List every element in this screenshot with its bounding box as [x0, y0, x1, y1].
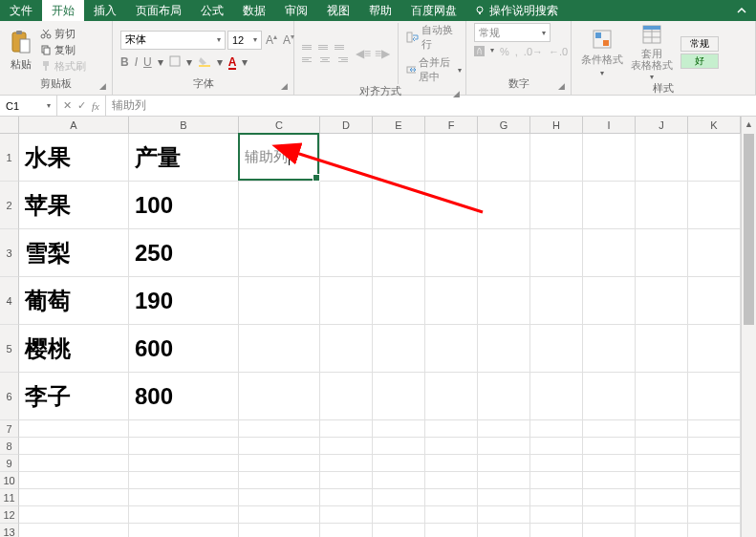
row-header[interactable]: 3 [0, 229, 19, 277]
paste-button[interactable]: 粘贴 [4, 27, 38, 74]
style-good[interactable]: 好 [680, 54, 719, 69]
fill-color-button[interactable] [198, 55, 211, 70]
row-header[interactable]: 9 [0, 455, 19, 472]
cell[interactable] [239, 524, 320, 537]
border-button[interactable] [169, 55, 181, 70]
cell[interactable] [425, 438, 478, 455]
cell[interactable] [530, 373, 583, 420]
cell[interactable] [688, 472, 741, 489]
row-header[interactable]: 6 [0, 373, 19, 420]
cell[interactable] [373, 373, 425, 420]
column-header[interactable]: K [688, 117, 741, 134]
cell[interactable] [530, 455, 583, 472]
wrap-text-button[interactable]: 自动换行 [406, 23, 462, 52]
column-header[interactable]: E [373, 117, 425, 134]
cell[interactable] [19, 506, 129, 524]
select-all-corner[interactable] [0, 117, 19, 134]
cell[interactable] [530, 277, 583, 325]
cell[interactable] [478, 325, 530, 373]
cell[interactable] [320, 182, 373, 229]
cell[interactable] [636, 420, 688, 438]
row-header[interactable]: 8 [0, 438, 19, 455]
cell[interactable]: 葡萄 [19, 277, 129, 325]
cell[interactable]: 水果 [19, 134, 129, 182]
cell[interactable] [320, 472, 373, 489]
tab-insert[interactable]: 插入 [84, 0, 126, 21]
row-header[interactable]: 2 [0, 182, 19, 229]
format-painter-button[interactable]: 格式刷 [40, 59, 86, 74]
cell[interactable] [478, 420, 530, 438]
tab-home[interactable]: 开始 [42, 0, 84, 21]
cell[interactable]: 100 [129, 182, 239, 229]
cell[interactable] [373, 489, 425, 506]
cell[interactable] [373, 524, 425, 537]
tell-me[interactable]: 操作说明搜索 [466, 0, 566, 21]
cell[interactable] [320, 489, 373, 506]
cell[interactable] [425, 277, 478, 325]
cell[interactable] [688, 489, 741, 506]
cell[interactable] [688, 524, 741, 537]
cell[interactable] [320, 438, 373, 455]
confirm-edit-icon[interactable]: ✓ [77, 99, 86, 112]
tab-help[interactable]: 帮助 [359, 0, 401, 21]
italic-button[interactable]: I [135, 55, 138, 69]
cell[interactable] [129, 472, 239, 489]
font-name-select[interactable]: 宋体▾ [120, 31, 226, 50]
row-header[interactable]: 4 [0, 277, 19, 325]
tab-view[interactable]: 视图 [317, 0, 359, 21]
scroll-up-icon[interactable]: ▲ [742, 117, 756, 132]
cell[interactable] [688, 325, 741, 373]
column-header[interactable]: J [636, 117, 688, 134]
cell[interactable] [373, 472, 425, 489]
cell[interactable] [478, 373, 530, 420]
cell[interactable] [239, 420, 320, 438]
cell[interactable]: 190 [129, 277, 239, 325]
tab-file[interactable]: 文件 [0, 0, 42, 21]
row-header[interactable]: 10 [0, 472, 19, 489]
cell[interactable] [320, 373, 373, 420]
underline-button[interactable]: U [143, 55, 152, 69]
cell[interactable] [688, 134, 741, 182]
currency-button[interactable]: 🅰 [474, 46, 485, 57]
cell[interactable] [478, 229, 530, 277]
cell[interactable] [530, 229, 583, 277]
row-header[interactable]: 12 [0, 506, 19, 524]
tab-baidu[interactable]: 百度网盘 [401, 0, 466, 21]
decrease-indent-icon[interactable]: ◀≡ [356, 47, 371, 60]
font-size-select[interactable]: 12▾ [227, 31, 262, 50]
cell[interactable] [583, 455, 636, 472]
cell[interactable] [425, 506, 478, 524]
align-buttons[interactable] [302, 43, 348, 65]
cell[interactable] [19, 420, 129, 438]
cell[interactable] [239, 325, 320, 373]
clipboard-dialog-icon[interactable]: ◢ [99, 81, 106, 91]
cell[interactable] [425, 325, 478, 373]
cell[interactable] [373, 229, 425, 277]
bold-button[interactable]: B [120, 55, 129, 69]
cell[interactable] [583, 524, 636, 537]
cell[interactable] [239, 373, 320, 420]
cell[interactable] [530, 438, 583, 455]
percent-button[interactable]: % [500, 46, 509, 57]
cell[interactable] [239, 438, 320, 455]
row-header[interactable]: 1 [0, 134, 19, 182]
cell[interactable] [425, 420, 478, 438]
cell[interactable] [688, 229, 741, 277]
cell[interactable] [129, 455, 239, 472]
cell[interactable] [129, 524, 239, 537]
cell[interactable] [583, 506, 636, 524]
row-header[interactable]: 7 [0, 420, 19, 438]
cell[interactable] [478, 506, 530, 524]
cell[interactable] [530, 524, 583, 537]
cell[interactable] [425, 455, 478, 472]
cell[interactable] [688, 182, 741, 229]
cell[interactable] [688, 438, 741, 455]
cell[interactable] [373, 506, 425, 524]
cell[interactable] [19, 489, 129, 506]
cell[interactable] [478, 277, 530, 325]
column-header[interactable]: H [530, 117, 583, 134]
ribbon-collapse-icon[interactable] [727, 0, 756, 21]
cell[interactable] [129, 438, 239, 455]
tab-review[interactable]: 审阅 [275, 0, 317, 21]
cell[interactable] [478, 134, 530, 182]
